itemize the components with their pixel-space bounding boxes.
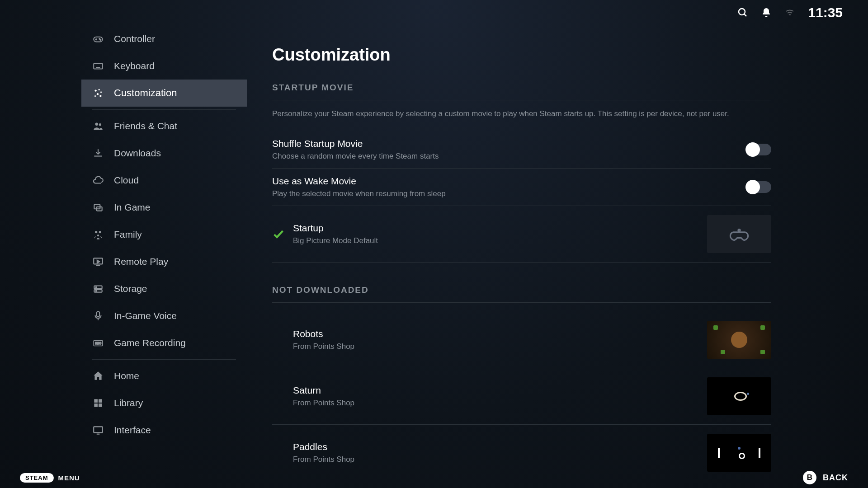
sidebar-item-friends-chat[interactable]: Friends & Chat (81, 113, 247, 140)
movie-item-saturn[interactable]: Saturn From Points Shop (272, 368, 771, 425)
svg-point-18 (94, 95, 96, 97)
shuffle-startup-row[interactable]: Shuffle Startup Movie Choose a random mo… (272, 131, 771, 169)
movie-left: Startup Big Picture Mode Default (272, 223, 378, 245)
settings-sidebar: Controller Keyboard Customization Friend… (81, 25, 247, 468)
setting-text: Use as Wake Movie Play the selected movi… (272, 176, 446, 198)
not-downloaded-header: NOT DOWNLOADED (272, 285, 771, 295)
sidebar-item-label: Home (114, 371, 139, 381)
setting-title: Use as Wake Movie (272, 176, 446, 187)
sidebar-item-cloud[interactable]: Cloud (81, 167, 247, 194)
b-button-icon: B (803, 471, 816, 484)
back-button[interactable]: B BACK (803, 471, 848, 484)
mic-icon (92, 310, 104, 322)
svg-rect-7 (94, 64, 103, 69)
sidebar-item-label: Keyboard (114, 61, 155, 71)
movie-subtitle: Big Picture Mode Default (293, 236, 378, 245)
sidebar-item-downloads[interactable]: Downloads (81, 140, 247, 167)
menu-label: MENU (58, 474, 80, 482)
movie-text: Paddles From Points Shop (293, 441, 354, 464)
svg-point-14 (94, 89, 96, 91)
sidebar-item-library[interactable]: Library (81, 389, 247, 417)
sidebar-item-label: Controller (114, 33, 155, 44)
movie-left: Saturn From Points Shop (272, 385, 354, 408)
svg-point-26 (97, 235, 99, 236)
svg-point-21 (99, 123, 101, 126)
family-icon (92, 229, 104, 240)
check-placeholder (272, 390, 285, 403)
sidebar-item-label: Family (114, 229, 142, 240)
sidebar-item-label: Friends & Chat (114, 121, 177, 131)
main-content: Customization STARTUP MOVIE Personalize … (272, 45, 771, 481)
setting-title: Shuffle Startup Movie (272, 138, 439, 149)
svg-rect-34 (97, 311, 100, 317)
top-bar: 11:35 (737, 0, 868, 25)
movie-item-robots[interactable]: Robots From Points Shop (272, 312, 771, 368)
svg-rect-42 (94, 427, 103, 432)
svg-rect-38 (94, 399, 98, 403)
svg-rect-39 (99, 399, 102, 403)
paddles-thumbnail (707, 434, 771, 472)
section-divider (272, 100, 771, 100)
wifi-icon[interactable] (784, 7, 795, 18)
sidebar-item-label: In Game (114, 202, 151, 213)
rec-icon: REC (92, 337, 104, 349)
steam-menu-button[interactable]: STEAM MENU (20, 473, 80, 483)
movie-subtitle: From Points Shop (293, 342, 354, 351)
back-label: BACK (823, 473, 848, 483)
search-icon[interactable] (737, 7, 748, 18)
sidebar-item-storage[interactable]: Storage (81, 275, 247, 302)
sidebar-item-customization[interactable]: Customization (81, 80, 247, 107)
download-icon (92, 147, 104, 159)
sidebar-item-voice[interactable]: In-Game Voice (81, 302, 247, 329)
svg-point-15 (99, 89, 100, 90)
sidebar-item-keyboard[interactable]: Keyboard (81, 52, 247, 80)
sidebar-item-controller[interactable]: Controller (81, 25, 247, 52)
remote-play-icon (92, 256, 104, 267)
sidebar-item-family[interactable]: Family (81, 221, 247, 248)
movie-title: Startup (293, 223, 378, 234)
customize-icon (92, 87, 104, 99)
overlay-icon (92, 202, 104, 213)
sidebar-item-in-game[interactable]: In Game (81, 194, 247, 221)
sidebar-item-interface[interactable]: Interface (81, 417, 247, 444)
library-icon (92, 397, 104, 409)
clock: 11:35 (808, 5, 843, 20)
movie-text: Robots From Points Shop (293, 328, 354, 351)
svg-point-16 (100, 91, 102, 93)
wake-movie-row[interactable]: Use as Wake Movie Play the selected movi… (272, 169, 771, 206)
svg-point-17 (97, 93, 99, 95)
sidebar-item-home[interactable]: Home (81, 362, 247, 389)
setting-text: Shuffle Startup Movie Choose a random mo… (272, 138, 439, 161)
wake-toggle[interactable] (747, 181, 771, 193)
sidebar-item-label: Cloud (114, 175, 139, 186)
svg-point-32 (96, 287, 97, 288)
setting-subtitle: Play the selected movie when resuming fr… (272, 189, 446, 198)
sidebar-item-label: In-Game Voice (114, 310, 177, 321)
startup-movie-header: STARTUP MOVIE (272, 83, 771, 93)
svg-point-0 (739, 9, 745, 15)
movie-text: Saturn From Points Shop (293, 385, 354, 408)
startup-thumbnail (707, 215, 771, 253)
svg-point-44 (738, 230, 740, 231)
sidebar-item-recording[interactable]: REC Game Recording (81, 329, 247, 357)
check-placeholder (272, 446, 285, 459)
svg-point-20 (95, 122, 99, 126)
svg-point-25 (99, 231, 101, 233)
selected-startup-movie[interactable]: Startup Big Picture Mode Default (272, 206, 771, 263)
sidebar-item-remote-play[interactable]: Remote Play (81, 248, 247, 275)
movie-subtitle: From Points Shop (293, 399, 354, 408)
sidebar-item-label: Downloads (114, 148, 161, 159)
storage-icon (92, 283, 104, 295)
home-icon (92, 370, 104, 382)
gamepad-icon (92, 33, 104, 45)
bell-icon[interactable] (761, 7, 772, 18)
movie-title: Paddles (293, 441, 354, 452)
shuffle-toggle[interactable] (747, 144, 771, 155)
keyboard-icon (92, 60, 104, 72)
movie-title: Saturn (293, 385, 354, 396)
sidebar-item-label: Game Recording (114, 338, 186, 348)
page-title: Customization (272, 45, 771, 65)
startup-movie-description: Personalize your Steam experience by sel… (272, 109, 771, 118)
sidebar-item-label: Storage (114, 283, 147, 294)
sidebar-item-label: Interface (114, 425, 151, 436)
